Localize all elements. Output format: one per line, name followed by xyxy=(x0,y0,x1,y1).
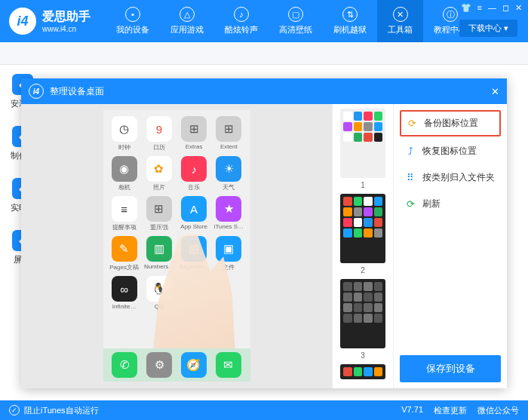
modal-title: 整理设备桌面 xyxy=(50,85,104,98)
brand-url: www.i4.cn xyxy=(42,25,91,33)
modal-close-button[interactable]: ✕ xyxy=(491,86,499,97)
version-label: V7.71 xyxy=(401,405,423,416)
modal-header: i4 整理设备桌面 ✕ xyxy=(21,78,507,104)
save-to-device-button[interactable]: 保存到设备 xyxy=(400,355,501,382)
brand-name: 爱思助手 xyxy=(42,9,91,25)
app-icon[interactable]: ♪音乐 xyxy=(179,156,209,192)
window-controls: 👕 ≡ ― ◻ ✕ xyxy=(461,3,522,13)
nav-icon: △ xyxy=(180,7,195,22)
page-thumb[interactable] xyxy=(340,109,385,178)
check-icon[interactable]: ✓ xyxy=(9,405,20,415)
page-number: 2 xyxy=(361,266,365,274)
nav-icon: ⓘ xyxy=(443,7,458,22)
close-icon[interactable]: ✕ xyxy=(515,3,522,13)
nav-icon: ⇅ xyxy=(342,7,358,22)
nav-icon: ♪ xyxy=(234,7,249,22)
dock-icon[interactable]: ⚙ xyxy=(146,352,172,378)
phone-screen[interactable]: ◷时钟9日历⊞Extras⊞Extent◉相机✿照片♪音乐☀天气≡提醒事项⊞重压… xyxy=(103,110,250,382)
app-icon[interactable]: ✎Pages文稿 xyxy=(109,236,140,271)
brand: i4 爱思助手 www.i4.cn xyxy=(9,8,91,35)
action-icon: ⟳ xyxy=(404,198,416,210)
app-icon[interactable]: ✿照片 xyxy=(144,156,174,192)
nav-icon: ✕ xyxy=(393,7,408,22)
action-2[interactable]: ⠿按类别归入文件夹 xyxy=(400,166,501,189)
nav-4[interactable]: ⇅刷机越狱 xyxy=(323,0,377,42)
app-icon[interactable]: ⊞Extent xyxy=(213,116,244,152)
app-icon[interactable]: 9日历 xyxy=(144,116,174,152)
modal-logo-icon: i4 xyxy=(29,84,44,99)
top-nav: •我的设备△应用游戏♪酷炫铃声▢高清壁纸⇅刷机越狱✕工具箱ⓘ教程中心 xyxy=(106,0,477,42)
app-icon[interactable]: ★iTunes S… xyxy=(213,196,244,231)
app-icon[interactable]: ⊞Extras xyxy=(179,116,209,152)
phone-dock: ✆⚙🧭✉ xyxy=(103,348,250,382)
page-number: 1 xyxy=(361,181,365,189)
menu-icon[interactable]: ≡ xyxy=(477,3,482,13)
maximize-icon[interactable]: ◻ xyxy=(502,3,509,13)
action-icon: ⠿ xyxy=(404,172,416,184)
organize-desktop-modal: i4 整理设备桌面 ✕ ◷时钟9日历⊞Extras⊞Extent◉相机✿照片♪音… xyxy=(21,78,507,388)
logo-icon: i4 xyxy=(9,8,36,35)
app-icon[interactable]: ◉相机 xyxy=(109,156,140,192)
nav-1[interactable]: △应用游戏 xyxy=(160,0,214,42)
download-center-button[interactable]: 下载中心 ▾ xyxy=(459,20,517,37)
app-icon[interactable]: ◷时钟 xyxy=(109,116,140,152)
app-icon[interactable]: ⊞重压强 xyxy=(144,196,174,231)
nav-icon: • xyxy=(125,7,140,22)
app-icon[interactable]: AApp Store xyxy=(179,196,209,231)
status-bar: ✓ 阻止iTunes自动运行 V7.71 检查更新 微信公众号 xyxy=(0,400,528,420)
nav-3[interactable]: ▢高清壁纸 xyxy=(269,0,323,42)
app-header: i4 爱思助手 www.i4.cn •我的设备△应用游戏♪酷炫铃声▢高清壁纸⇅刷… xyxy=(0,0,528,42)
dock-icon[interactable]: 🧭 xyxy=(181,352,207,378)
nav-5[interactable]: ✕工具箱 xyxy=(377,0,423,42)
check-update-link[interactable]: 检查更新 xyxy=(434,405,467,416)
minimize-icon[interactable]: ― xyxy=(488,3,496,13)
nav-2[interactable]: ♪酷炫铃声 xyxy=(214,0,269,42)
dock-icon[interactable]: ✆ xyxy=(112,352,137,378)
page-thumb[interactable] xyxy=(340,279,385,348)
nav-icon: ▢ xyxy=(288,7,303,22)
sub-toolbar xyxy=(0,42,528,65)
app-icon[interactable]: ≡提醒事项 xyxy=(109,196,140,231)
app-icon[interactable]: ∞Infinite… xyxy=(109,276,140,310)
action-3[interactable]: ⟳刷新 xyxy=(400,192,501,216)
action-0[interactable]: ⟳备份图标位置 xyxy=(400,110,501,136)
wechat-link[interactable]: 微信公众号 xyxy=(477,405,519,416)
dock-icon[interactable]: ✉ xyxy=(216,352,241,378)
page-number: 3 xyxy=(361,351,365,360)
preview-pane: ◷时钟9日历⊞Extras⊞Extent◉相机✿照片♪音乐☀天气≡提醒事项⊞重压… xyxy=(21,104,332,388)
page-thumb[interactable] xyxy=(340,194,385,263)
page-thumbnails[interactable]: 123 xyxy=(332,104,394,388)
action-1[interactable]: ⤴恢复图标位置 xyxy=(400,139,501,163)
action-icon: ⤴ xyxy=(404,146,416,158)
app-icon[interactable]: ☀天气 xyxy=(213,156,244,192)
actions-panel: ⟳备份图标位置⤴恢复图标位置⠿按类别归入文件夹⟳刷新保存到设备 xyxy=(394,104,507,388)
shirt-icon[interactable]: 👕 xyxy=(461,3,471,13)
app-icon[interactable]: ▥Numbers… xyxy=(144,236,174,271)
page-thumb[interactable] xyxy=(340,364,385,379)
nav-0[interactable]: •我的设备 xyxy=(106,0,160,42)
block-itunes-label[interactable]: 阻止iTunes自动运行 xyxy=(24,405,99,416)
action-icon: ⟳ xyxy=(406,118,418,130)
